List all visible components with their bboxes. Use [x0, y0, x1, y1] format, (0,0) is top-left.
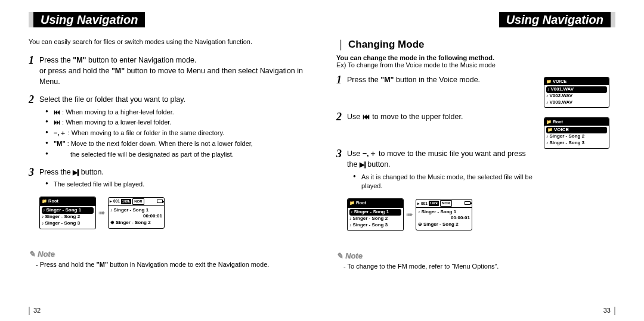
heading-cap-right: [611, 12, 615, 27]
sub-text: : Move to the next folder down. When the…: [67, 140, 253, 147]
screen-row: Singer - Song 2: [546, 133, 607, 140]
step-text: Press the: [39, 56, 73, 64]
folder-icon: [546, 79, 552, 84]
sub-text: As it is changed to the Music mode, the …: [361, 173, 532, 190]
m-button-label: "M": [54, 140, 66, 147]
step-number: 3: [336, 146, 342, 161]
screen-row: Singer - Song 2: [42, 214, 94, 220]
next-text: Singer - Song 2: [116, 220, 151, 226]
note-icon: [351, 209, 353, 216]
sub-item: : When moving to a lower-level folder.: [39, 118, 308, 127]
step-text: button to enter Navigation mode.: [86, 56, 197, 64]
screen-row: Singer - Song 2: [349, 216, 401, 222]
note-label: Note: [336, 251, 615, 260]
sub-item: "M" : Move to the next folder down. When…: [39, 139, 308, 149]
m-button-label: "M": [73, 56, 86, 64]
arrow-icon: ➠: [406, 208, 413, 220]
screenshot-pair-right: Root Singer - Song 1 Singer - Song 2 Sin…: [347, 198, 537, 230]
heading-bar-left: Using Navigation: [29, 12, 308, 27]
nav-screen-root: Root Singer - Song 1 Singer - Song 2 Sin…: [39, 197, 96, 229]
play-screen: 001 192k NOR Singer - Song 1 00:00:01 ⊕S…: [108, 197, 165, 229]
note-icon: [110, 207, 113, 214]
sub-item: As it is changed to the Music mode, the …: [347, 173, 537, 192]
row-text: Singer - Song 3: [550, 140, 585, 147]
root-screen: Root VOICE Singer - Song 2 Singer - Song…: [544, 117, 609, 148]
battery-icon: [157, 200, 163, 203]
step-2: 2 Use to move to the upper folder.: [336, 111, 537, 122]
next-icon: ⊕: [110, 220, 114, 226]
row-text: Singer - Song 2: [550, 133, 585, 140]
step-list-left: 1 Press the "M" button to enter Navigati…: [29, 55, 308, 233]
section-title: Changing Mode: [348, 39, 424, 51]
screen-header: Root: [40, 197, 95, 206]
m-button-label: "M": [380, 76, 394, 84]
screen-row: Singer - Song 3: [546, 140, 607, 147]
bitrate-badge: 192k: [429, 201, 439, 206]
step-list-right: 1 Press the "M" button in the Voice mode…: [336, 74, 537, 231]
row-text: Singer - Song 2: [45, 214, 80, 220]
nor-badge: NOR: [440, 200, 451, 207]
bitrate-badge: 192k: [121, 199, 131, 204]
screen-header: VOICE: [544, 77, 609, 85]
screen-row: Singer - Song 1: [349, 209, 401, 216]
step-text: to move to the upper folder.: [372, 113, 463, 121]
pen-icon: [29, 250, 35, 258]
note-icon: [546, 93, 549, 99]
battery-icon: [465, 201, 470, 205]
step-1: 1 Press the "M" button to enter Navigati…: [29, 55, 308, 87]
note-icon: [42, 220, 44, 227]
sub-text: : When moving to a higher-level folder.: [62, 108, 174, 116]
note-text: - Press and hold the "M" button in Navig…: [36, 261, 308, 268]
next-row: ⊕Singer - Song 2: [418, 222, 470, 228]
play-indicator-icon: [110, 198, 112, 204]
sub-text: the selected file will be designated as …: [70, 151, 234, 158]
nor-badge: NOR: [132, 198, 144, 205]
page-left: Using Navigation You can easily search f…: [0, 0, 322, 321]
row-text: Singer - Song 1: [354, 209, 389, 216]
sub-item: : When moving to a higher-level folder.: [39, 108, 308, 117]
page-heading: Using Navigation: [33, 12, 145, 27]
note-icon: [418, 209, 420, 216]
next-icon: ⊕: [418, 222, 422, 228]
nav-screen-root: Root Singer - Song 1 Singer - Song 2 Sin…: [347, 198, 404, 230]
note-label-text: Note: [38, 250, 55, 258]
now-playing-text: Singer - Song 1: [422, 209, 457, 216]
note-block-left: Note - Press and hold the "M" button in …: [29, 250, 308, 268]
heading-cap-left: [29, 12, 33, 27]
step-3: 3 Press the button. The selected file wi…: [29, 167, 308, 189]
minus-plus-icon: ,: [54, 129, 66, 136]
timer-row: 00:00:01: [418, 215, 470, 222]
step-number: 2: [29, 92, 34, 107]
note-icon: [43, 207, 45, 214]
note-icon: [547, 86, 550, 93]
now-playing-row: Singer - Song 1: [110, 207, 162, 214]
document-spread: Using Navigation You can easily search f…: [0, 0, 644, 321]
screen-row: Singer - Song 1: [42, 207, 94, 214]
step-text: button.: [81, 168, 104, 176]
step-text: or press and hold the: [39, 67, 112, 75]
sub-item: , : When moving to a file or folder in t…: [39, 129, 308, 138]
step-1: 1 Press the "M" button in the Voice mode…: [336, 74, 537, 85]
screen-header: Root: [348, 199, 403, 208]
section-heading-changing-mode: ❘ Changing Mode: [336, 38, 615, 51]
fast-forward-icon: [54, 119, 60, 126]
note-block-right: Note - To change to the FM mode, refer t…: [336, 251, 615, 270]
note-icon: [42, 214, 44, 220]
screen-row: VOICE: [546, 127, 607, 133]
screen-title: VOICE: [553, 79, 566, 84]
row-text: Singer - Song 2: [353, 216, 388, 222]
folder-icon: [547, 127, 553, 133]
step-text: Press the: [347, 76, 380, 84]
folder-icon: [546, 119, 552, 124]
rewind-icon: [54, 108, 60, 116]
screen-title: Root: [553, 119, 563, 124]
intro-text: You can easily search for files or switc…: [29, 38, 308, 45]
step-number: 1: [336, 72, 342, 88]
next-row: ⊕Singer - Song 2: [110, 220, 162, 226]
step-text: Select the file or folder that you want …: [39, 95, 185, 104]
timer-row: 00:00:01: [110, 213, 162, 220]
sub-text: : When moving to a file or folder in the…: [68, 129, 225, 136]
m-button-label: "M": [97, 261, 109, 268]
step-text: Use: [347, 149, 363, 158]
timer-text: 00:00:01: [143, 213, 162, 220]
